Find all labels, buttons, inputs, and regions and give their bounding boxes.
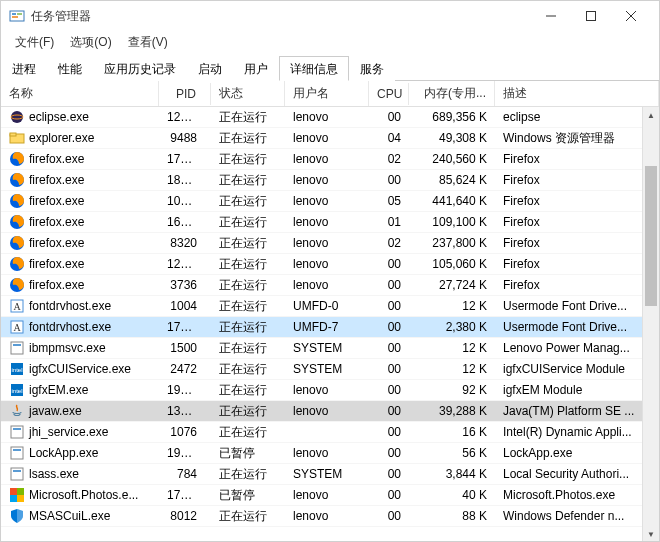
process-name: firefox.exe [29,257,84,271]
mem: 109,100 K [409,213,495,231]
table-row[interactable]: ibmpmsvc.exe1500正在运行SYSTEM0012 KLenovo P… [1,338,659,359]
firefox-icon [9,256,25,272]
mem: 12 K [409,297,495,315]
mem: 240,560 K [409,150,495,168]
table-row[interactable]: lsass.exe784正在运行SYSTEM003,844 KLocal Sec… [1,464,659,485]
desc: Usermode Font Drive... [495,297,659,315]
desc: Lenovo Power Manag... [495,339,659,357]
desc: Firefox [495,276,659,294]
scroll-down-button[interactable]: ▼ [643,526,659,542]
svg-rect-2 [17,13,22,15]
tab-6[interactable]: 服务 [349,56,395,81]
pid: 8320 [159,234,211,252]
eclipse-icon [9,109,25,125]
generic-icon [9,340,25,356]
maximize-button[interactable] [571,2,611,30]
svg-rect-3 [12,16,18,18]
intel-icon: intel [9,361,25,377]
pid: 10296 [159,192,211,210]
process-name: firefox.exe [29,278,84,292]
table-row[interactable]: inteligfxEM.exe19412正在运行lenovo0092 Kigfx… [1,380,659,401]
table-row[interactable]: Afontdrvhost.exe1004正在运行UMFD-00012 KUser… [1,296,659,317]
status: 正在运行 [211,275,285,296]
font-icon: A [9,298,25,314]
tab-3[interactable]: 启动 [187,56,233,81]
cpu: 00 [369,171,409,189]
generic-icon [9,466,25,482]
pid: 12780 [159,108,211,126]
status: 正在运行 [211,233,285,254]
tab-5[interactable]: 详细信息 [279,56,349,81]
cpu: 00 [369,444,409,462]
svg-rect-34 [13,470,21,472]
table-row[interactable]: firefox.exe12944正在运行lenovo00105,060 KFir… [1,254,659,275]
tab-4[interactable]: 用户 [233,56,279,81]
user: lenovo [285,276,369,294]
status: 已暂停 [211,443,285,464]
table-row[interactable]: jhi_service.exe1076正在运行0016 KIntel(R) Dy… [1,422,659,443]
firefox-icon [9,172,25,188]
col-pid[interactable]: PID [159,83,211,105]
table-row[interactable]: firefox.exe16544正在运行lenovo01109,100 KFir… [1,212,659,233]
tab-2[interactable]: 应用历史记录 [93,56,187,81]
process-name: igfxEM.exe [29,383,88,397]
col-name[interactable]: 名称 [1,81,159,106]
process-name: Microsoft.Photos.e... [29,488,138,502]
scroll-up-button[interactable]: ▲ [643,107,659,124]
tab-1[interactable]: 性能 [47,56,93,81]
user: lenovo [285,213,369,231]
user: lenovo [285,444,369,462]
table-row[interactable]: MSASCuiL.exe8012正在运行lenovo0088 KWindows … [1,506,659,527]
col-desc[interactable]: 描述 [495,81,659,106]
close-button[interactable] [611,2,651,30]
svg-rect-31 [11,447,23,459]
scroll-thumb[interactable] [645,166,657,306]
table-row[interactable]: eclipse.exe12780正在运行lenovo00689,356 Kecl… [1,107,659,128]
process-name: firefox.exe [29,152,84,166]
table-row[interactable]: firefox.exe8320正在运行lenovo02237,800 KFire… [1,233,659,254]
table-row[interactable]: firefox.exe10296正在运行lenovo05441,640 KFir… [1,191,659,212]
table-row[interactable]: Microsoft.Photos.e...17792已暂停lenovo0040 … [1,485,659,506]
desc: Firefox [495,171,659,189]
defender-icon [9,508,25,524]
pid: 13384 [159,402,211,420]
table-row[interactable]: inteligfxCUIService.exe2472正在运行SYSTEM001… [1,359,659,380]
process-name: jhi_service.exe [29,425,108,439]
table-row[interactable]: firefox.exe18912正在运行lenovo0085,624 KFire… [1,170,659,191]
table-row[interactable]: javaw.exe13384正在运行lenovo0039,288 KJava(T… [1,401,659,422]
user: lenovo [285,507,369,525]
intel-icon: intel [9,382,25,398]
cpu: 00 [369,339,409,357]
table-row[interactable]: Afontdrvhost.exe17708正在运行UMFD-7002,380 K… [1,317,659,338]
cpu: 00 [369,108,409,126]
scrollbar[interactable]: ▲ ▼ [642,107,659,542]
process-name: javaw.exe [29,404,82,418]
desc: Intel(R) Dynamic Appli... [495,423,659,441]
pid: 19412 [159,381,211,399]
table-row[interactable]: explorer.exe9488正在运行lenovo0449,308 KWind… [1,128,659,149]
user: lenovo [285,171,369,189]
desc: LockApp.exe [495,444,659,462]
minimize-button[interactable] [531,2,571,30]
mem: 40 K [409,486,495,504]
menu-file[interactable]: 文件(F) [7,32,62,53]
status: 正在运行 [211,170,285,191]
status: 正在运行 [211,254,285,275]
table-row[interactable]: LockApp.exe19760已暂停lenovo0056 KLockApp.e… [1,443,659,464]
user [285,430,369,434]
col-mem[interactable]: 内存(专用... [409,81,495,106]
tab-0[interactable]: 进程 [1,56,47,81]
user: lenovo [285,234,369,252]
desc: Windows 资源管理器 [495,128,659,149]
table-row[interactable]: firefox.exe17672正在运行lenovo02240,560 KFir… [1,149,659,170]
col-status[interactable]: 状态 [211,81,285,106]
table-row[interactable]: firefox.exe3736正在运行lenovo0027,724 KFiref… [1,275,659,296]
pid: 3736 [159,276,211,294]
pid: 1500 [159,339,211,357]
cpu: 02 [369,150,409,168]
col-user[interactable]: 用户名 [285,81,369,106]
col-cpu[interactable]: CPU [369,83,409,105]
firefox-icon [9,193,25,209]
menu-view[interactable]: 查看(V) [120,32,176,53]
menu-options[interactable]: 选项(O) [62,32,119,53]
